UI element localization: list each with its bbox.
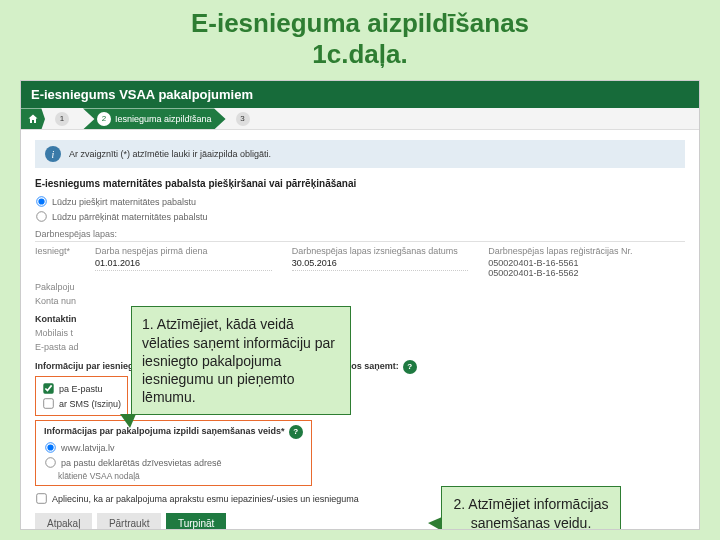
info-text: Ar zvaigznīti (*) atzīmētie lauki ir jāa… <box>69 149 271 159</box>
help-icon-2[interactable]: ? <box>289 425 303 439</box>
slide-title: E-iesnieguma aizpildīšanas1c.daļa. <box>0 0 720 74</box>
help-icon[interactable]: ? <box>403 360 417 374</box>
home-icon[interactable] <box>21 108 45 129</box>
col3-head: Darbnespējas lapas reģistrācijas Nr. <box>488 246 685 256</box>
submit-label: Iesniegt* <box>35 246 95 278</box>
info-bar: i Ar zvaigznīti (*) atzīmētie lauki ir j… <box>35 140 685 168</box>
highlight-delivery-method: Informācijas par pakalpojuma izpildi saņ… <box>35 420 312 486</box>
delivery-method-title: Informācijas par pakalpojuma izpildi saņ… <box>44 425 303 439</box>
callout-2: 2. Atzīmējiet informācijas saņemšanas ve… <box>441 486 621 530</box>
col2-head: Darbnespējas lapas izsniegšanas datums <box>292 246 489 256</box>
info-icon: i <box>45 146 61 162</box>
col1-head: Darba nespējas pirmā diena <box>95 246 292 256</box>
col3-val1: 050020401-B-16-5561 <box>488 258 685 268</box>
radio-grant[interactable]: Lūdzu piešķirt maternitātes pabalstu <box>35 195 685 208</box>
dnl-table: Iesniegt* Darba nespējas pirmā diena 01.… <box>35 246 685 278</box>
form-content: i Ar zvaigznīti (*) atzīmētie lauki ir j… <box>21 130 699 530</box>
label-konta: Konta nun <box>35 296 685 306</box>
radio-post[interactable]: pa pastu deklarētās dzīvesvietas adresē <box>44 456 303 469</box>
highlight-delivery-channels: pa E-pastu ar SMS (īsziņu) <box>35 376 128 416</box>
radio-recalc[interactable]: Lūdzu pārrēķināt maternitātes pabalstu <box>35 210 685 223</box>
check-sms[interactable]: ar SMS (īsziņu) <box>42 397 121 410</box>
stop-button[interactable]: Pārtraukt <box>97 513 162 530</box>
breadcrumb-step-1[interactable]: 1 <box>45 108 87 129</box>
continue-button[interactable]: Turpināt <box>166 513 226 530</box>
col2-val: 30.05.2016 <box>292 258 469 271</box>
dnl-heading: Darbnespējas lapas: <box>35 229 685 242</box>
check-email[interactable]: pa E-pastu <box>42 382 121 395</box>
app-header: E-iesniegums VSAA pakalpojumiem <box>21 81 699 108</box>
breadcrumb: 1 2Iesnieguma aizpildīšana 3 <box>21 108 699 130</box>
label-pakalp: Pakalpoju <box>35 282 685 292</box>
breadcrumb-step-2[interactable]: 2Iesnieguma aizpildīšana <box>83 108 226 129</box>
radio-latvija[interactable]: www.latvija.lv <box>44 441 303 454</box>
back-button[interactable]: Atpakaļ <box>35 513 92 530</box>
callout-1: 1. Atzīmējiet, kādā veidā vēlaties saņem… <box>131 306 351 415</box>
col3-val2: 050020401-B-16-5562 <box>488 268 685 278</box>
form-title: E-iesniegums maternitātes pabalsta piešķ… <box>35 178 685 189</box>
breadcrumb-step-3[interactable]: 3 <box>226 108 268 129</box>
radio-inperson: klātienē VSAA nodaļā <box>58 471 303 481</box>
app-window: E-iesniegums VSAA pakalpojumiem 1 2Iesni… <box>20 80 700 530</box>
col1-val: 01.01.2016 <box>95 258 272 271</box>
